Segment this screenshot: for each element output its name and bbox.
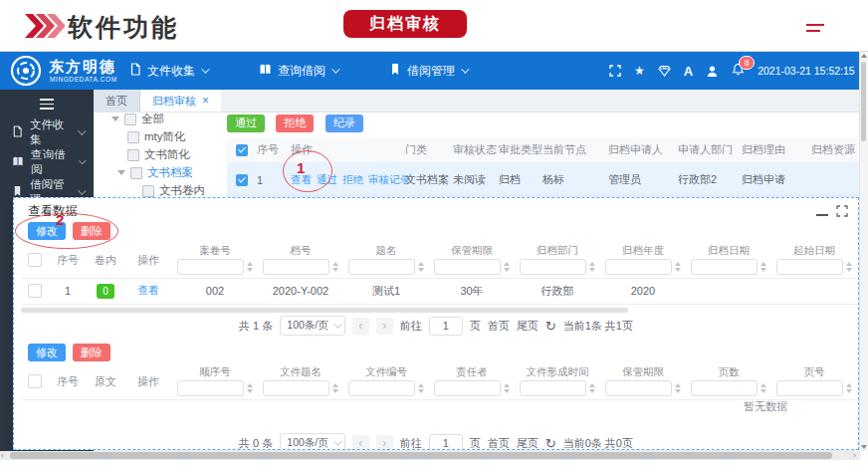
sort-carets-icon[interactable]: [247, 262, 253, 272]
next-page-button[interactable]: ›: [376, 435, 393, 451]
filter-input[interactable]: [263, 380, 329, 396]
tree-checkbox[interactable]: [130, 167, 142, 179]
expand-caret-icon[interactable]: [111, 116, 119, 121]
tree-node-root[interactable]: 全部: [111, 112, 164, 126]
row-checkbox[interactable]: [236, 174, 248, 186]
sort-carets-icon[interactable]: [247, 383, 253, 393]
filter-input[interactable]: [520, 380, 586, 396]
sort-carets-icon[interactable]: [589, 262, 595, 272]
menu-query-borrow[interactable]: 查询借阅: [259, 63, 337, 80]
reject-button[interactable]: 拒绝: [276, 115, 314, 132]
last-page-link[interactable]: 尾页: [517, 436, 539, 451]
last-page-link[interactable]: 尾页: [517, 319, 539, 334]
page-horizontal-scrollbar[interactable]: ‹ ›: [0, 451, 860, 460]
edit-button[interactable]: 修改: [28, 344, 66, 361]
sort-carets-icon[interactable]: [589, 383, 595, 393]
filter-input[interactable]: [263, 259, 329, 275]
reject-link[interactable]: 拒绝: [342, 173, 363, 187]
sort-carets-icon[interactable]: [675, 262, 681, 272]
filter-input[interactable]: [691, 380, 758, 396]
sort-carets-icon[interactable]: [846, 383, 852, 393]
sort-carets-icon[interactable]: [760, 262, 766, 272]
sort-carets-icon[interactable]: [504, 262, 510, 272]
filter-input[interactable]: [177, 380, 244, 396]
first-page-link[interactable]: 首页: [488, 319, 510, 334]
page-number-input[interactable]: [429, 317, 463, 336]
filter-input[interactable]: [520, 259, 586, 275]
audit-table-row[interactable]: 1 查看 通过 拒绝 审核记录 文书档案 未阅读 归档 杨标 管理员 行政部2 …: [227, 162, 860, 198]
font-size-icon[interactable]: A: [684, 64, 693, 78]
close-icon[interactable]: ×: [202, 96, 209, 106]
involume-count-badge[interactable]: 0: [97, 284, 114, 299]
sort-carets-icon[interactable]: [332, 262, 338, 272]
banner-menu-icon[interactable]: [806, 24, 824, 36]
view-link[interactable]: 查看: [138, 284, 159, 298]
tree-checkbox[interactable]: [124, 114, 136, 125]
filter-input[interactable]: [776, 259, 843, 275]
filter-input[interactable]: [605, 380, 672, 396]
select-all-checkbox[interactable]: [28, 253, 42, 267]
page-size-select[interactable]: 100条/页: [280, 316, 344, 336]
star-icon[interactable]: ★: [634, 64, 645, 78]
minimize-icon[interactable]: [816, 214, 828, 216]
filter-input[interactable]: [776, 380, 843, 396]
tab-home[interactable]: 首页: [94, 90, 140, 112]
select-all-checkbox[interactable]: [236, 144, 248, 156]
record-button[interactable]: 纪录: [326, 115, 363, 132]
tree-checkbox[interactable]: [127, 131, 139, 143]
filter-input[interactable]: [691, 259, 758, 275]
sort-carets-icon[interactable]: [760, 383, 766, 393]
filter-input[interactable]: [605, 259, 672, 275]
filter-input[interactable]: [348, 380, 415, 396]
filter-input[interactable]: [348, 259, 415, 275]
next-page-button[interactable]: ›: [376, 318, 393, 335]
tab-archive-review[interactable]: 归档审核 ×: [140, 90, 221, 112]
user-icon[interactable]: [706, 64, 719, 78]
first-page-link[interactable]: 首页: [488, 436, 510, 451]
refresh-icon[interactable]: ↻: [545, 319, 556, 334]
view-link[interactable]: 查看: [291, 173, 312, 187]
table-horizontal-scrollbar[interactable]: [21, 308, 628, 313]
vertical-scroll-thumb[interactable]: [861, 62, 866, 141]
horizontal-scroll-thumb[interactable]: [10, 452, 832, 459]
menu-file-collect[interactable]: 文件收集: [129, 63, 207, 80]
page-size-select[interactable]: 100条/页: [280, 433, 344, 450]
filter-input[interactable]: [177, 259, 244, 275]
tree-checkbox[interactable]: [127, 149, 139, 161]
gem-icon[interactable]: [658, 64, 671, 78]
delete-button[interactable]: 删除: [73, 222, 110, 240]
sort-carets-icon[interactable]: [846, 262, 852, 272]
collapse-menu-icon[interactable]: [40, 99, 54, 110]
volume-table-row[interactable]: 1 0 查看 002 2020-Y-002 测试1 30年 行政部 2020: [21, 278, 858, 305]
sidebar-item-file-collect[interactable]: 文件收集: [0, 117, 94, 147]
scroll-right-icon[interactable]: ›: [853, 451, 856, 460]
page-vertical-scrollbar[interactable]: [859, 52, 868, 451]
menu-borrow-manage[interactable]: 借阅管理: [389, 63, 467, 80]
prev-page-button[interactable]: ‹: [352, 318, 369, 335]
refresh-icon[interactable]: ↻: [545, 436, 556, 451]
delete-button[interactable]: 删除: [73, 344, 110, 361]
filter-input[interactable]: [434, 259, 501, 275]
expand-caret-icon[interactable]: [117, 170, 125, 175]
edit-button[interactable]: 修改: [28, 222, 66, 240]
sort-carets-icon[interactable]: [675, 383, 681, 393]
tree-node-wenshu-dangan[interactable]: 文书档案: [117, 165, 193, 180]
scroll-down-icon[interactable]: [861, 445, 867, 449]
scroll-left-icon[interactable]: ‹: [1, 451, 4, 460]
tree-node-mty[interactable]: mty简化: [127, 129, 186, 144]
prev-page-button[interactable]: ‹: [352, 435, 369, 451]
approve-button[interactable]: 通过: [227, 115, 265, 132]
sort-carets-icon[interactable]: [332, 383, 338, 393]
filter-input[interactable]: [434, 380, 501, 396]
page-number-input[interactable]: [429, 434, 463, 451]
sort-carets-icon[interactable]: [418, 262, 424, 272]
sort-carets-icon[interactable]: [418, 383, 424, 393]
notifications-bell-icon[interactable]: 8: [732, 62, 745, 80]
tree-checkbox[interactable]: [142, 185, 154, 197]
sidebar-item-query-borrow[interactable]: 查询借阅: [0, 147, 94, 177]
select-all-checkbox[interactable]: [28, 374, 42, 388]
audit-log-link[interactable]: 审核记录: [368, 173, 410, 187]
pass-link[interactable]: 通过: [317, 173, 337, 187]
fullscreen-icon[interactable]: [609, 64, 621, 78]
tree-node-wenshu-jianhua[interactable]: 文书简化: [127, 147, 190, 162]
